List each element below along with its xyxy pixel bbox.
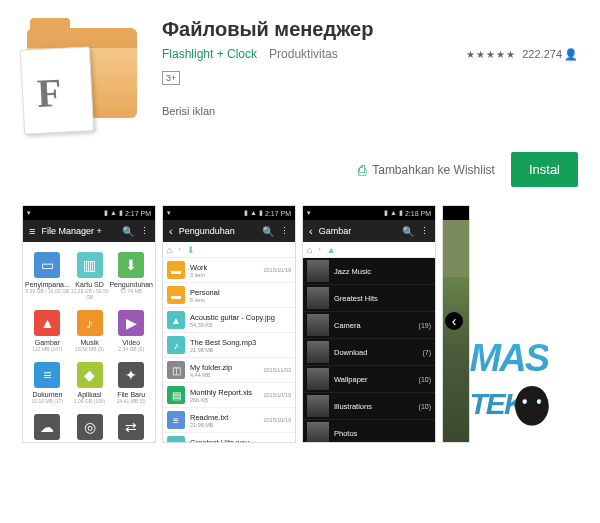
- wishlist-button[interactable]: ⎙ Tambahkan ke Wishlist: [358, 162, 495, 178]
- rating-box[interactable]: ★★★★★ 222.274 👤: [466, 48, 578, 61]
- ads-label: Berisi iklan: [162, 105, 578, 117]
- status-time: 2:18 PM: [405, 210, 431, 217]
- list-item: Photos: [303, 420, 435, 443]
- list-item: ▬Personal5 item: [163, 283, 295, 308]
- list-item: Wallpaper(10): [303, 366, 435, 393]
- bookmark-add-icon: ⎙: [358, 162, 366, 178]
- list-item: ▤Monthly Report.xls266 KB2015/10/19: [163, 383, 295, 408]
- tile: ⇄Akses dari PC: [109, 410, 153, 443]
- tile: ◆Aplikasi1.06 GB (100): [70, 358, 110, 410]
- search-icon: 🔍: [402, 226, 414, 237]
- appbar-title: Pengunduhan: [179, 226, 235, 236]
- list-item: Download(7): [303, 339, 435, 366]
- developer-link[interactable]: Flashlight + Clock: [162, 47, 257, 61]
- tile: ▥Kartu SD12.28 GB / 59.50 GB: [70, 248, 110, 306]
- tile: ▲Gambar112 MB (147): [25, 306, 70, 358]
- list-item: ♪The Best Song.mp321,98 MB: [163, 333, 295, 358]
- overflow-icon: ⋮: [140, 226, 149, 236]
- screenshot-4[interactable]: ‹: [442, 205, 470, 443]
- wishlist-label: Tambahkan ke Wishlist: [372, 163, 495, 177]
- home-icon: ⌂: [167, 245, 172, 255]
- age-rating-badge: 3+: [162, 71, 180, 85]
- folder-icon: ⬇: [187, 245, 195, 255]
- image-icon: ▲: [327, 245, 336, 255]
- list-item: ▬Work3 item2015/10/19: [163, 258, 295, 283]
- back-icon: ‹: [309, 225, 313, 237]
- app-icon-letter: F: [36, 69, 63, 117]
- appbar-title: File Manager +: [41, 226, 101, 236]
- overflow-icon: ⋮: [280, 226, 289, 236]
- status-time: 2:17 PM: [125, 210, 151, 217]
- tile: ◎Remote: [70, 410, 110, 443]
- star-icon: ★★★★★: [466, 49, 516, 60]
- app-title: Файловый менеджер: [162, 18, 578, 41]
- list-item: ▲Acoustic guitar - Copy.jpg54,39 KB: [163, 308, 295, 333]
- tile: ▶Video2.34 GB (6): [109, 306, 153, 358]
- app-icon: F: [22, 18, 142, 138]
- screenshot-2[interactable]: ▾▮ ▲ ▮ 2:17 PM ‹ Pengunduhan 🔍 ⋮ ⌂ › ⬇ ▬…: [162, 205, 296, 443]
- appbar-title: Gambar: [319, 226, 352, 236]
- status-time: 2:17 PM: [265, 210, 291, 217]
- category-link[interactable]: Produktivitas: [269, 47, 338, 61]
- people-icon: 👤: [564, 48, 578, 61]
- screenshot-3[interactable]: ▾▮ ▲ ▮ 2:18 PM ‹ Gambar 🔍 ⋮ ⌂ › ▲ Jazz M…: [302, 205, 436, 443]
- rating-count: 222.274: [522, 48, 562, 60]
- screenshot-carousel[interactable]: ▾▮ ▲ ▮ 2:17 PM ≡ File Manager + 🔍 ⋮ ▭Pen…: [22, 205, 578, 443]
- tile: ☁Cloud: [25, 410, 70, 443]
- overflow-icon: ⋮: [420, 226, 429, 236]
- tile: ✦File Baru24.41 MB (5): [109, 358, 153, 410]
- search-icon: 🔍: [262, 226, 274, 237]
- home-icon: ⌂: [307, 245, 312, 255]
- tile: ▭Penyimpana...5.92 GB / 16.00 GB: [25, 248, 70, 306]
- hamburger-icon: ≡: [29, 225, 35, 237]
- tile: ≡Dokumen10.10 MB (17): [25, 358, 70, 410]
- back-icon: ‹: [169, 225, 173, 237]
- list-item: Camera(19): [303, 312, 435, 339]
- search-icon: 🔍: [122, 226, 134, 237]
- screenshot-1[interactable]: ▾▮ ▲ ▮ 2:17 PM ≡ File Manager + 🔍 ⋮ ▭Pen…: [22, 205, 156, 443]
- list-item: ≡Readme.txt21,98 MB2015/10/19: [163, 408, 295, 433]
- list-item: Jazz Music: [303, 258, 435, 285]
- prev-arrow-icon: ‹: [445, 312, 463, 330]
- list-item: ♪Greatest Hits.wav21,98 MB: [163, 433, 295, 443]
- install-button[interactable]: Instal: [511, 152, 578, 187]
- tile: ♪Musik18.56 MB (5): [70, 306, 110, 358]
- tile: ⬇Pengunduhan57.74 MB: [109, 248, 153, 306]
- list-item: Illustrations(10): [303, 393, 435, 420]
- list-item: ◫My folder.zip4,44 MB2015/11/03: [163, 358, 295, 383]
- list-item: Greatest Hits: [303, 285, 435, 312]
